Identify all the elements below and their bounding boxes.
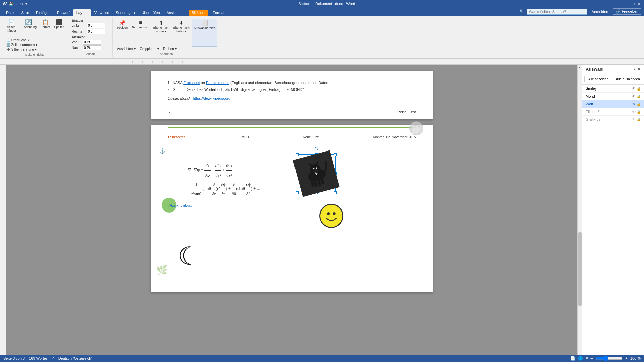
handle-tl[interactable] xyxy=(296,153,299,156)
quick-access-redo[interactable]: ↪ xyxy=(20,2,23,6)
tab-sendungen[interactable]: Sendungen xyxy=(112,9,138,16)
page-break xyxy=(151,119,433,125)
bildtools-label: Bildtools xyxy=(299,2,311,6)
textumbruch-button[interactable]: ≡ Textumbruch xyxy=(130,19,151,47)
alle-ausblenden-button[interactable]: Alle ausblenden xyxy=(614,76,642,82)
abstand-nach-input[interactable] xyxy=(83,45,101,50)
format-button[interactable]: 📋 Format xyxy=(39,18,52,30)
panel-item-ellipse6[interactable]: Ellipse 6 👁 🔒 xyxy=(582,108,644,116)
scrollbar-thumb[interactable] xyxy=(578,232,582,306)
abstand-vor-input[interactable] xyxy=(83,40,101,45)
svg-point-11 xyxy=(327,212,330,215)
anchor-icon: ⚓ xyxy=(159,148,165,154)
drehen-button[interactable]: Drehen ▾ xyxy=(161,47,178,51)
handle-br[interactable] xyxy=(334,191,337,194)
maximize-button[interactable]: □ xyxy=(631,1,636,6)
tab-entwurf[interactable]: Entwurf xyxy=(54,9,73,16)
einzug-links-input[interactable] xyxy=(87,23,105,28)
smiley-face xyxy=(319,204,343,228)
tab-einfuegen[interactable]: Einfügen xyxy=(33,9,54,16)
doc-title: Dokument1.docx - Word xyxy=(315,2,355,6)
umbrueche-button[interactable]: 📃 Umbrüche ▾ xyxy=(5,38,38,42)
zeilennummern-button[interactable]: 🔢 Zeilennummern ▾ xyxy=(5,43,38,47)
footnote-url-link[interactable]: https://de.wikipedia.org xyxy=(193,96,231,100)
top-circle-inner xyxy=(411,125,420,135)
tab-ansicht[interactable]: Ansicht xyxy=(163,9,182,16)
rechts-row: Rechts: xyxy=(72,29,105,34)
panel-item-smiley[interactable]: Smiley 👁 🔒 xyxy=(582,85,644,93)
link-text[interactable]: Hxcikhcvikxc. xyxy=(170,203,192,207)
anchor-line xyxy=(168,127,416,128)
abstand-label: Abstand xyxy=(72,35,85,39)
svg-rect-4 xyxy=(313,181,317,188)
view-outline-icon[interactable]: ≡ xyxy=(586,356,588,361)
panel-actions: Alle anzeigen Alle ausblenden xyxy=(582,74,644,85)
eye-icon-mond: 👁 xyxy=(632,95,636,98)
seitenraender-button[interactable]: 📄 Seiten-ränder xyxy=(5,18,18,33)
vertical-scrollbar[interactable]: ▲ ▼ xyxy=(577,65,582,362)
gruppieren-button[interactable]: Gruppieren ▾ xyxy=(138,47,161,51)
status-bar: Seite 3 von 3 169 Wörter ✓ Deutsch (Öste… xyxy=(0,355,644,362)
wolf-image: ✛ xyxy=(293,150,340,197)
quick-access-undo[interactable]: ↩ xyxy=(15,2,18,6)
anmelden-button[interactable]: Anmelden xyxy=(590,9,610,14)
wolf-selection-box[interactable]: ✛ xyxy=(297,154,336,193)
ebene-vorne-button[interactable]: ⬆ Ebene nachvorne ▾ xyxy=(152,19,171,47)
page-3-header: Thinksecret GMBH Rene Fürst Montag, 02. … xyxy=(168,130,416,141)
view-normal-icon[interactable]: 📄 xyxy=(570,356,575,361)
rotate-handle[interactable] xyxy=(315,147,318,150)
silbentrennung-button[interactable]: ➗ Silbentrennung ▾ xyxy=(5,47,38,52)
panel-item-grafik32[interactable]: Grafik 32 👁 🔒 xyxy=(582,116,644,123)
freigeben-button[interactable]: 🔗 Freigeben xyxy=(613,8,641,15)
footnote-moons-link[interactable]: Earth's moons xyxy=(206,81,229,85)
tab-format[interactable]: Format xyxy=(209,9,228,16)
anordnen-label: Anordnen xyxy=(160,52,173,56)
scroll-up-arrow[interactable]: ▲ xyxy=(578,65,582,69)
tab-datei[interactable]: Datei xyxy=(3,9,18,16)
tab-layout[interactable]: Layout xyxy=(73,9,91,16)
spalten-button[interactable]: ⬛ Spalten xyxy=(53,18,66,30)
document-area[interactable]: 1. NASA Factsheet on Earth's moonsNASA F… xyxy=(6,65,577,362)
tab-verweise[interactable]: Verweise xyxy=(91,9,113,16)
eye-icon-wolf: 👁 xyxy=(632,102,636,106)
anordnen-buttons: 📌 Position ≡ Textumbruch ⬆ Ebene nachvor… xyxy=(115,19,217,47)
einzug-rechts-input[interactable] xyxy=(87,29,105,34)
footnote-section: 1. NASA Factsheet on Earth's moonsNASA F… xyxy=(168,77,416,102)
quick-access-save[interactable]: 💾 xyxy=(9,2,13,6)
page-3-author: Rene Fürst xyxy=(303,135,319,139)
tab-bildtools[interactable]: Bildtools xyxy=(189,10,208,16)
auswahlbereich-button[interactable]: ⬜ Auswahlbereich xyxy=(192,19,217,47)
panel-items-list: Smiley 👁 🔒 Mond 👁 🔒 Wolf 👁 🔒 xyxy=(582,85,644,362)
ausrichten-button[interactable]: Ausrichten ▾ xyxy=(115,47,137,51)
ausrichtung-button[interactable]: 🔄 Ausrichtung xyxy=(19,18,39,30)
footnote-factsheet-link[interactable]: Factsheet xyxy=(183,81,200,85)
zoom-out-button[interactable]: ─ xyxy=(591,356,593,360)
ribbon-group-absatz: Einzug Links: Rechts: Abstand Vor: Nach:… xyxy=(69,17,113,57)
search-input[interactable] xyxy=(527,9,587,15)
minimize-button[interactable]: ─ xyxy=(626,1,631,6)
alle-anzeigen-button[interactable]: Alle anzeigen xyxy=(584,76,612,82)
ebene-hinten-button[interactable]: ⬇ Ebene nachhinten ▾ xyxy=(172,19,191,47)
panel-scroll-up[interactable]: ▲ xyxy=(633,67,636,71)
title-bar-left: W 💾 ↩ ↪ ▾ xyxy=(3,1,28,6)
title-bar: W 💾 ↩ ↪ ▾ Bildtools Dokument1.docx - Wor… xyxy=(0,0,644,7)
spelling-icon[interactable]: ✓ xyxy=(51,356,54,361)
close-button[interactable]: ✕ xyxy=(637,1,641,6)
eye-icon-smiley: 👁 xyxy=(632,87,636,90)
tab-ueberpruefen[interactable]: Überprüfen xyxy=(138,9,163,16)
panel-item-mond[interactable]: Mond 👁 🔒 xyxy=(582,93,644,100)
zoom-slider[interactable] xyxy=(596,356,623,361)
footnote-1: 1. NASA Factsheet on Earth's moonsNASA F… xyxy=(168,80,416,86)
tab-start[interactable]: Start xyxy=(18,9,33,16)
handle-tr[interactable] xyxy=(334,153,337,156)
view-web-icon[interactable]: 🌐 xyxy=(578,356,583,361)
language[interactable]: Deutsch (Österreich) xyxy=(58,356,92,360)
panel-item-wolf[interactable]: Wolf 👁 🔒 xyxy=(582,100,644,108)
panel-close-icon[interactable]: ✕ xyxy=(637,67,641,72)
position-button[interactable]: 📌 Position xyxy=(115,19,129,47)
eye-icon-ellipse6: 👁 xyxy=(632,110,636,114)
scrollbar-track[interactable] xyxy=(578,69,582,362)
zoom-in-button[interactable]: + xyxy=(625,356,627,360)
horizontal-ruler: | | | | | | | | xyxy=(0,59,644,65)
handle-bl[interactable] xyxy=(296,191,299,194)
